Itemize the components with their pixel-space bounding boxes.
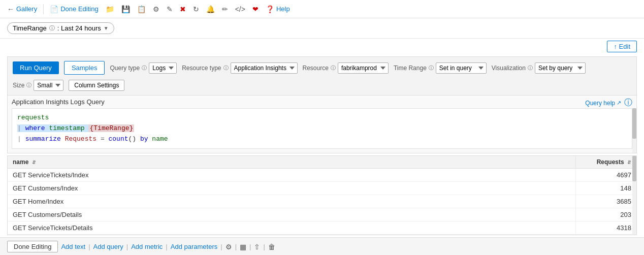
visualization-select[interactable]: Set by query (535, 62, 586, 74)
table-row: GET Customers/Details203 (8, 208, 636, 221)
data-table: name ⇵ Requests ⇵ GET ServiceTickets/Ind… (8, 156, 636, 235)
copy-button[interactable]: 📋 (135, 4, 148, 14)
time-range-pill[interactable]: TimeRange ⓘ : Last 24 hours ▼ (7, 22, 114, 34)
add-parameters-link[interactable]: Add parameters (171, 243, 218, 250)
run-query-button[interactable]: Run Query (13, 61, 59, 74)
col-header-name[interactable]: name ⇵ (8, 156, 575, 169)
chevron-down-icon: ▼ (104, 25, 109, 31)
table-row: GET Home/Index3685 (8, 195, 636, 208)
close-icon: ✖ (180, 5, 186, 13)
trash-bottom-icon[interactable]: 🗑 (268, 243, 275, 251)
arrow-left-icon: ← (7, 5, 14, 13)
sort-icon-name: ⇵ (32, 160, 36, 165)
separator-2: | (126, 243, 128, 250)
save-button[interactable]: 💾 (119, 4, 132, 14)
size-group: Size ⓘ Small (13, 80, 63, 91)
results-body: GET ServiceTickets/Index4697GET Customer… (8, 169, 636, 235)
resource-type-info-icon: ⓘ (223, 65, 229, 72)
resource-select[interactable]: fabrikamprod (338, 62, 389, 74)
close-button[interactable]: ✖ (178, 4, 188, 14)
query-title-row: Application Insights Logs Query Query he… (8, 95, 636, 108)
folder-button[interactable]: 📁 (104, 4, 116, 14)
external-link-icon: ↗ (617, 100, 621, 106)
query-type-info-icon: ⓘ (142, 65, 147, 72)
time-range-ctrl-label: Time Range (394, 65, 427, 72)
cell-name: GET Home/Index (8, 195, 575, 208)
cell-name: GET ServiceTickets/Details (8, 221, 575, 235)
info-icon: ⓘ (49, 24, 55, 32)
table-header-row: name ⇵ Requests ⇵ (8, 156, 636, 169)
subheader: TimeRange ⓘ : Last 24 hours ▼ (0, 18, 644, 39)
table-row: GET ServiceTickets/Details4318 (8, 221, 636, 235)
nib-icon: ✏ (222, 5, 228, 13)
results-table: name ⇵ Requests ⇵ GET ServiceTickets/Ind… (7, 155, 637, 235)
done-editing-label: Done Editing (60, 5, 98, 13)
cell-requests: 4318 (575, 221, 636, 235)
save-icon: 💾 (121, 5, 130, 13)
pencil-button[interactable]: ✎ (165, 4, 175, 14)
edit-button[interactable]: ↑ Edit (607, 41, 637, 52)
size-select[interactable]: Small (34, 80, 63, 91)
results-scrollbar-thumb (632, 156, 636, 181)
column-settings-button[interactable]: Column Settings (69, 80, 124, 91)
separator-3: | (166, 243, 167, 250)
query-type-select[interactable]: Logs (149, 62, 177, 74)
query-panel: Run Query Samples Query type ⓘ Logs Reso… (7, 56, 637, 153)
col-header-requests[interactable]: Requests ⇵ (575, 156, 636, 169)
separator-7: | (263, 243, 265, 250)
bottom-bar: Done Editing Add text | Add query | Add … (0, 237, 644, 255)
bell-button[interactable]: 🔔 (204, 4, 217, 14)
cell-requests: 148 (575, 182, 636, 195)
separator-6: | (249, 243, 251, 250)
done-editing-top-button[interactable]: 📄 Done Editing (48, 4, 100, 14)
query-title: Application Insights Logs Query (12, 98, 105, 106)
query-editor[interactable]: requests | where timestamp {TimeRange} |… (12, 108, 632, 149)
nib-button[interactable]: ✏ (220, 4, 230, 14)
table-row: GET Customers/Index148 (8, 182, 636, 195)
query-help-link[interactable]: Query help ↗ (585, 100, 621, 107)
cell-requests: 3685 (575, 195, 636, 208)
size-info-icon: ⓘ (26, 82, 31, 89)
settings-button[interactable]: ⚙ (151, 4, 162, 14)
editor-scrollbar[interactable] (632, 108, 636, 153)
help-label: Help (276, 5, 290, 13)
col-requests-label: Requests (597, 158, 624, 166)
code-line-1: requests (17, 113, 627, 123)
add-query-link[interactable]: Add query (93, 243, 123, 250)
document-icon: 📄 (50, 5, 58, 13)
resource-type-label: Resource type (182, 65, 221, 72)
samples-button[interactable]: Samples (64, 61, 105, 75)
table-row: GET ServiceTickets/Index4697 (8, 169, 636, 182)
cell-requests: 203 (575, 208, 636, 221)
done-editing-bottom-button[interactable]: Done Editing (7, 241, 58, 252)
clone-bottom-icon[interactable]: ▦ (240, 243, 246, 251)
code-line-3: | summarize Requests = count() by name (17, 134, 627, 145)
heart-button[interactable]: ❤ (250, 4, 261, 14)
toolbar-divider-1 (43, 4, 44, 14)
query-controls: Run Query Samples Query type ⓘ Logs Reso… (8, 57, 636, 95)
visualization-group: Visualization ⓘ Set by query (492, 62, 586, 74)
separator-5: | (235, 243, 237, 250)
results-scrollbar[interactable] (632, 156, 636, 235)
gallery-button[interactable]: ← Gallery (5, 4, 39, 14)
visualization-info-icon: ⓘ (528, 65, 533, 72)
resource-group: Resource ⓘ fabrikamprod (303, 62, 389, 74)
resource-type-group: Resource type ⓘ Application Insights (182, 62, 297, 74)
refresh-button[interactable]: ↻ (191, 4, 201, 14)
sort-icon-requests: ⇵ (627, 160, 631, 165)
resource-label: Resource (303, 65, 329, 72)
code-button[interactable]: </> (233, 4, 247, 14)
help-button[interactable]: ❓ Help (264, 4, 292, 14)
cell-name: GET Customers/Index (8, 182, 575, 195)
gallery-label: Gallery (16, 5, 37, 13)
up-bottom-icon[interactable]: ⇧ (254, 243, 260, 251)
time-range-select[interactable]: Set in query (436, 62, 487, 74)
resource-type-select[interactable]: Application Insights (231, 62, 298, 74)
gear-bottom-icon[interactable]: ⚙ (226, 243, 232, 251)
code-icon: </> (235, 5, 245, 13)
time-range-group: Time Range ⓘ Set in query (394, 62, 487, 74)
top-toolbar: ← Gallery 📄 Done Editing 📁 💾 📋 ⚙ ✎ ✖ ↻ 🔔… (0, 0, 644, 18)
info-circle-icon: ⓘ (624, 98, 632, 108)
add-metric-link[interactable]: Add metric (131, 243, 163, 250)
add-text-link[interactable]: Add text (61, 243, 85, 250)
